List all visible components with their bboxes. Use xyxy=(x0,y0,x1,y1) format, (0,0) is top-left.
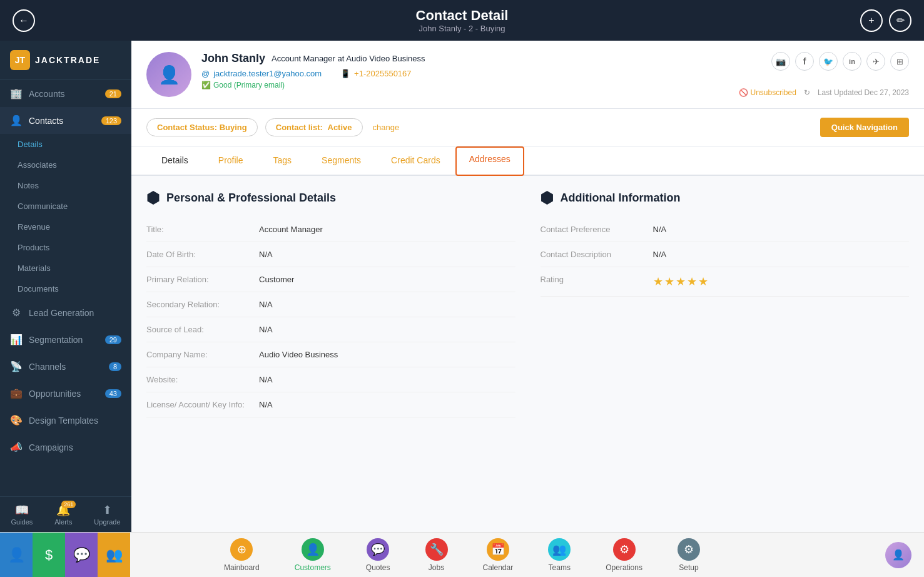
bottom-dollar-icon[interactable]: $ xyxy=(33,533,65,578)
tab-profile[interactable]: Profile xyxy=(203,146,258,176)
field-value-website: N/A xyxy=(259,375,273,384)
tab-addresses[interactable]: Addresses xyxy=(455,146,524,176)
change-link[interactable]: change xyxy=(373,123,400,132)
tab-tags[interactable]: Tags xyxy=(258,146,307,176)
design-templates-icon: 🎨 xyxy=(10,414,23,426)
field-value-contact-preference: N/A xyxy=(653,225,667,234)
sidebar-item-campaigns[interactable]: 📣 Campaigns xyxy=(0,434,131,461)
sidebar-item-opportunities[interactable]: 💼 Opportunities 43 xyxy=(0,380,131,407)
add-button[interactable]: + xyxy=(860,9,883,32)
content-area: 👤 John Stanly Account Manager at Audio V… xyxy=(131,41,924,532)
facebook-icon[interactable]: f xyxy=(795,52,814,71)
sidebar-item-accounts[interactable]: 🏢 Accounts 21 xyxy=(0,80,131,107)
sidebar-item-associates[interactable]: Associates xyxy=(0,155,131,175)
sidebar-item-lead-generation[interactable]: ⚙ Lead Generation xyxy=(0,299,131,326)
jobs-icon: 🔧 xyxy=(425,538,448,561)
contact-email-value[interactable]: jacktrade.tester1@yahoo.com xyxy=(213,69,322,78)
sidebar-item-details[interactable]: Details xyxy=(0,134,131,155)
field-title: Title: Account Manager xyxy=(146,217,515,242)
instagram-icon[interactable]: 📷 xyxy=(771,52,790,71)
sidebar-item-revenue[interactable]: Revenue xyxy=(0,217,131,237)
field-value-license: N/A xyxy=(259,400,273,409)
sidebar-item-contacts[interactable]: 👤 Contacts 123 xyxy=(0,107,131,134)
taskbar-mainboard[interactable]: ⊕ Mainboard xyxy=(206,533,277,577)
personal-panel-header: Personal & Professional Details xyxy=(146,191,515,205)
field-label-contact-preference: Contact Preference xyxy=(541,225,653,234)
opportunities-badge: 43 xyxy=(105,389,121,398)
sidebar-upgrade[interactable]: ⬆ Upgrade xyxy=(94,503,120,526)
setup-label: Setup xyxy=(679,563,698,572)
field-label-rating: Rating xyxy=(541,275,653,284)
refresh-icon[interactable]: ↻ xyxy=(804,88,810,97)
tab-details[interactable]: Details xyxy=(146,146,203,176)
taskbar-operations[interactable]: ⚙ Operations xyxy=(588,533,660,577)
guides-icon: 📖 xyxy=(15,503,29,517)
field-label-contact-description: Contact Description xyxy=(541,250,653,259)
additional-panel-header: Additional Information xyxy=(541,191,910,205)
field-label-website: Website: xyxy=(146,375,259,384)
taskbar-calendar[interactable]: 📅 Calendar xyxy=(465,533,531,577)
tabs-bar: Details Profile Tags Segments Credit Car… xyxy=(131,146,924,176)
sidebar-item-segmentation[interactable]: 📊 Segmentation 29 xyxy=(0,326,131,353)
channels-icon: 📡 xyxy=(10,360,23,372)
materials-label: Materials xyxy=(18,263,51,273)
contact-title-role: Account Manager at Audio Video Business xyxy=(272,54,425,63)
field-website: Website: N/A xyxy=(146,367,515,392)
email-good-badge: ✅ Good (Primary email) xyxy=(201,81,285,89)
sidebar-item-materials[interactable]: Materials xyxy=(0,258,131,278)
sidebar-item-design-templates[interactable]: 🎨 Design Templates xyxy=(0,407,131,434)
design-templates-label: Design Templates xyxy=(29,416,98,426)
bottom-person-icon[interactable]: 👤 xyxy=(0,533,33,578)
quotes-icon: 💬 xyxy=(367,538,389,561)
tab-credit-cards[interactable]: Credit Cards xyxy=(376,146,455,176)
field-label-license: License/ Account/ Key Info: xyxy=(146,400,259,409)
taskbar-quotes[interactable]: 💬 Quotes xyxy=(348,533,408,577)
opportunities-icon: 💼 xyxy=(10,387,23,399)
field-value-dob: N/A xyxy=(259,250,273,259)
sidebar-item-communicate[interactable]: Communicate xyxy=(0,196,131,217)
sidebar-guides[interactable]: 📖 Guides xyxy=(11,503,33,526)
taskbar-teams[interactable]: 👥 Teams xyxy=(531,533,588,577)
contact-name: John Stanly xyxy=(201,52,265,65)
field-secondary-relation: Secondary Relation: N/A xyxy=(146,292,515,317)
twitter-icon[interactable]: 🐦 xyxy=(819,52,838,71)
contact-header: 👤 John Stanly Account Manager at Audio V… xyxy=(131,41,924,109)
field-value-rating: ★★★★★ xyxy=(653,275,709,288)
page-title: Contact Detail xyxy=(416,8,509,24)
sidebar-bottom-bar: 📖 Guides 🔔 261 Alerts ⬆ Upgrade xyxy=(0,496,131,532)
sidebar-item-documents[interactable]: Documents xyxy=(0,278,131,299)
linkedin-icon[interactable]: in xyxy=(843,52,861,71)
back-button[interactable]: ← xyxy=(13,9,35,32)
sidebar-item-channels[interactable]: 📡 Channels 8 xyxy=(0,353,131,380)
user-avatar[interactable]: 👤 xyxy=(885,542,911,568)
operations-icon: ⚙ xyxy=(613,538,636,561)
field-label-source-lead: Source of Lead: xyxy=(146,325,259,334)
taskbar-setup[interactable]: ⚙ Setup xyxy=(660,533,718,577)
bottom-group-icon[interactable]: 👥 xyxy=(98,533,130,578)
field-value-title: Account Manager xyxy=(259,225,323,234)
quick-navigation-button[interactable]: Quick Navigation xyxy=(820,118,909,137)
field-dob: Date Of Birth: N/A xyxy=(146,242,515,267)
sidebar-alerts[interactable]: 🔔 261 Alerts xyxy=(54,503,72,526)
sidebar-item-products[interactable]: Products xyxy=(0,237,131,258)
field-source-lead: Source of Lead: N/A xyxy=(146,317,515,342)
segmentation-badge: 29 xyxy=(105,335,121,344)
opportunities-label: Opportunities xyxy=(29,389,81,399)
campaigns-label: Campaigns xyxy=(29,442,73,452)
top-header: ← Contact Detail John Stanly - 2 - Buyin… xyxy=(0,0,924,41)
taskbar-jobs[interactable]: 🔧 Jobs xyxy=(408,533,465,577)
sidebar-item-notes[interactable]: Notes xyxy=(0,175,131,196)
personal-panel: Personal & Professional Details Title: A… xyxy=(146,191,515,517)
tab-segments[interactable]: Segments xyxy=(307,146,376,176)
taskbar-customers[interactable]: 👤 Customers xyxy=(277,533,348,577)
edit-button[interactable]: ✏ xyxy=(889,9,911,32)
field-value-primary-relation: Customer xyxy=(259,275,294,284)
telegram-icon[interactable]: ✈ xyxy=(866,52,885,71)
contacts-icon: 👤 xyxy=(10,115,23,126)
logo-text: JACKTRADE xyxy=(35,55,100,65)
contact-phone-value: +1-2025550167 xyxy=(354,69,411,78)
calendar-label: Calendar xyxy=(483,563,514,572)
bottom-chat-icon[interactable]: 💬 xyxy=(65,533,98,578)
header-title-block: Contact Detail John Stanly - 2 - Buying xyxy=(416,8,509,33)
grid-icon[interactable]: ⊞ xyxy=(890,52,909,71)
